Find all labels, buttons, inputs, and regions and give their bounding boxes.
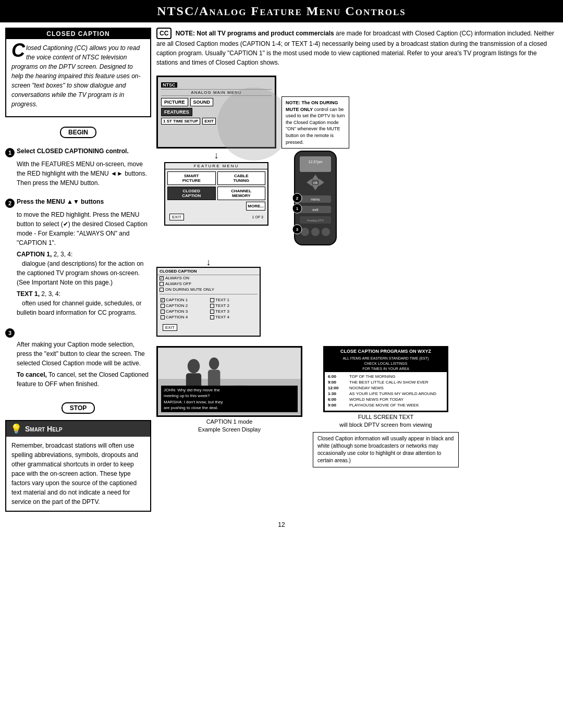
caption2-item: CAPTION 2: [160, 303, 208, 309]
caption-example-label: Example Screen Display: [198, 426, 261, 433]
bulb-icon: 💡: [10, 423, 22, 435]
caption4-check: [161, 315, 165, 319]
more-btn[interactable]: MORE...: [246, 202, 265, 211]
listing-time-6: 9:00: [328, 403, 346, 408]
closed-caption-content: C losed Captioning (CC) allows you to re…: [6, 39, 150, 116]
cc-badge: CC: [156, 28, 172, 39]
step-2: 2 Press the MENU ▲▼ buttons to move the …: [5, 198, 151, 319]
text3-item: TEXT 3: [209, 309, 258, 314]
bottom-note: Closed Caption information will usually …: [313, 432, 459, 467]
page-title: NTSC/Analog Feature Menu Controls: [157, 4, 406, 18]
channel-memory-btn[interactable]: CHANNELMEMORY: [217, 187, 266, 200]
svg-point-28: [188, 359, 200, 373]
smart-picture-btn[interactable]: SMARTPICTURE: [167, 171, 216, 185]
caption1-item: ✓ CAPTION 1: [160, 297, 208, 303]
feature-menu-grid: SMARTPICTURE CABLETUNING CLOSEDCAPTION C…: [165, 169, 267, 213]
step-1-body: With the FEATURES MENU on-screen, move t…: [5, 159, 151, 188]
stop-container: STOP: [5, 402, 151, 414]
text-screen-header: CLOSE CAPTION PROGRAMS ON WXYZ: [325, 348, 447, 355]
listing-show-2: THE BEST LITTLE CALL-IN SHOW EVER: [349, 380, 428, 385]
svg-text:3: 3: [296, 227, 299, 232]
smart-help-content: Remember, broadcast stations will often …: [6, 437, 150, 511]
remote-svg: 12:37pm ok menu: [282, 149, 349, 253]
closed-caption-feature-btn[interactable]: CLOSEDCAPTION: [167, 187, 216, 200]
svg-point-30: [209, 357, 219, 369]
text-listings: 6:00 TOP OF THE MORNING 9:00 THE BEST LI…: [325, 372, 447, 411]
text4-item: TEXT 4: [209, 314, 258, 320]
smart-help-box: 💡 Smart Help Remember, broadcast station…: [5, 420, 151, 512]
text3-check: [210, 310, 214, 314]
cc-columns: ✓ CAPTION 1 CAPTION 2: [157, 296, 260, 321]
diagram-row: NTSC ANALOG MAIN MENU PICTURE SOUND FEAT…: [156, 76, 558, 337]
features-btn[interactable]: FEATURES: [161, 108, 192, 116]
listing-row-5: 6:00 WORLD NEWS FOR TODAY: [328, 397, 444, 402]
text-screen-with-label: CLOSE CAPTION PROGRAMS ON WXYZ ALL ITEMS…: [313, 346, 459, 428]
caption-screen: JOHN: Why did they move the meeting up t…: [156, 346, 302, 417]
listing-row-4: 1:30 AS YOUR LIFE TURNS MY WORLD AROUND: [328, 391, 444, 396]
cc-select-exit-btn[interactable]: EXIT: [163, 324, 177, 331]
caption-mode-label: CAPTION 1 mode: [206, 418, 253, 425]
stop-button[interactable]: STOP: [62, 402, 95, 414]
cc-always-on-check: ✓: [160, 276, 164, 280]
listing-row-3: 12:00 NOONDAY NEWS: [328, 386, 444, 390]
svg-text:Analog DTV: Analog DTV: [307, 219, 324, 222]
caption-dialogue: JOHN: Why did they move the meeting up t…: [161, 386, 298, 412]
cc-always-off-label: ALWAYS OFF: [165, 281, 191, 286]
step-3-circle: 3: [5, 328, 15, 338]
listing-time-4: 1:30: [328, 391, 346, 396]
step-2-body: to move the RED highlight. Press the MEN…: [5, 210, 151, 317]
text-screen-subheader: ALL ITEMS ARE EASTERN STANDARD TIME (EST…: [325, 355, 447, 372]
bottom-screens-row: JOHN: Why did they move the meeting up t…: [156, 346, 558, 467]
remote-control: 12:37pm ok menu: [282, 149, 349, 254]
step-1: 1 Select CLOSED CAPTIONING control. With…: [5, 147, 151, 190]
main-diagram-area: NTSC ANALOG MAIN MENU PICTURE SOUND FEAT…: [156, 76, 375, 337]
caption3-check: [161, 310, 165, 314]
ntsc-label: NTSC: [161, 82, 177, 88]
closed-caption-title: CLOSED CAPTION: [6, 29, 150, 39]
drop-cap-c: C: [11, 43, 25, 58]
text1-item: TEXT 1: [209, 297, 258, 303]
left-column: CLOSED CAPTION C losed Captioning (CC) a…: [5, 28, 151, 512]
cc-always-off-check: [160, 282, 164, 286]
feature-menu-screen: FEATURE MENU SMARTPICTURE CABLETUNING CL…: [164, 162, 268, 226]
begin-button[interactable]: BEGIN: [60, 127, 96, 138]
cc-select-title: CLOSED CAPTION: [157, 268, 260, 275]
listing-row-6: 9:00 PLAYHOUSE MOVIE OF THE WEEK: [328, 403, 444, 408]
caption3-item: CAPTION 3: [160, 309, 208, 314]
cc-mute-label: ON DURING MUTE ONLY: [165, 287, 214, 292]
listing-time-3: 12:00: [328, 386, 346, 390]
listing-time-2: 9:00: [328, 380, 346, 385]
mute-note: NOTE: The ON DURING MUTE ONLY control ca…: [282, 96, 349, 149]
caption1-check: ✓: [161, 298, 165, 302]
dialogue-line-3: MARSHA: I don't know, but they: [164, 399, 295, 405]
begin-container: BEGIN: [5, 125, 151, 140]
text-screen-area: CLOSE CAPTION PROGRAMS ON WXYZ ALL ITEMS…: [313, 346, 459, 467]
picture-btn[interactable]: PICTURE: [161, 98, 188, 106]
feature-of-label: 1 OF 3: [252, 215, 265, 220]
fullscreen-label-1: FULL SCREEN TEXT: [358, 414, 413, 420]
exit-btn-main[interactable]: EXIT: [202, 118, 216, 125]
text2-check: [210, 304, 214, 308]
page-header: NTSC/Analog Feature Menu Controls: [0, 0, 563, 22]
listing-show-3: NOONDAY NEWS: [349, 386, 384, 390]
remote-area: NOTE: The ON DURING MUTE ONLY control ca…: [282, 91, 349, 254]
cc-always-off-row: ALWAYS OFF: [157, 281, 260, 287]
cc-always-on-row: ✓ ALWAYS ON: [157, 275, 260, 281]
dialogue-line-4: are pushing to close the deal.: [164, 405, 295, 411]
dialogue-line-2: meeting up to this week?: [164, 393, 295, 399]
step-3: 3 After making your Caption mode selecti…: [5, 328, 151, 391]
svg-text:1: 1: [296, 206, 299, 211]
feature-exit-btn[interactable]: EXIT: [169, 214, 184, 220]
caption-display-area: JOHN: Why did they move the meeting up t…: [156, 346, 302, 467]
listing-show-1: TOP OF THE MORNING: [349, 374, 395, 379]
svg-text:menu: menu: [311, 198, 320, 201]
text-screen: CLOSE CAPTION PROGRAMS ON WXYZ ALL ITEMS…: [323, 346, 448, 412]
svg-point-16: [311, 228, 320, 236]
sound-btn[interactable]: SOUND: [190, 98, 214, 106]
step-3-body: After making your Caption mode selection…: [5, 340, 151, 389]
cable-tuning-btn[interactable]: CABLETUNING: [217, 171, 266, 185]
text1-check: [210, 298, 214, 302]
step-2-title: Press the MENU ▲▼ buttons: [17, 198, 104, 205]
first-time-setup-btn[interactable]: 1 ST TIME SETUP: [161, 118, 200, 125]
arrow-down-1: ↓: [214, 151, 219, 160]
